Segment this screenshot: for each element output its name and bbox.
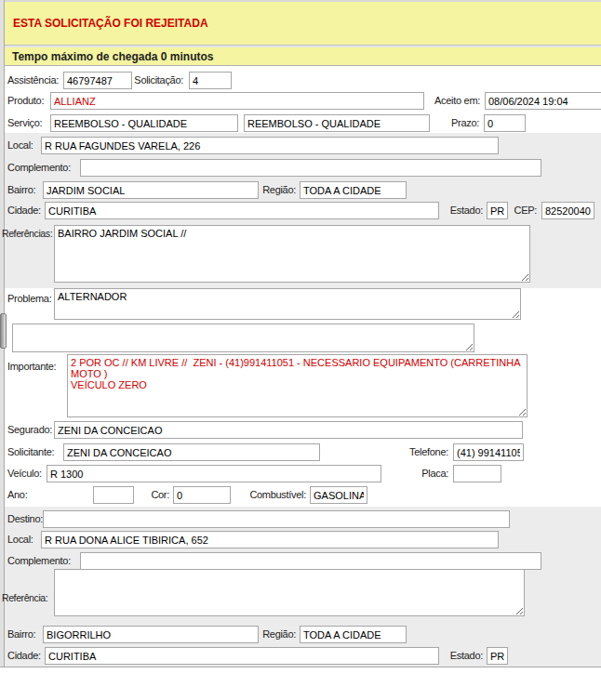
cidade-origem-input[interactable] — [45, 202, 439, 219]
veiculo-label: Veículo: — [7, 468, 42, 479]
cidade-destino-input[interactable] — [45, 647, 439, 665]
referencia-destino-textarea[interactable] — [54, 569, 525, 616]
produto-label: Produto: — [7, 95, 44, 106]
complemento-origem-label: Complemento: — [7, 162, 71, 173]
complemento-destino-label: Complemento: — [7, 555, 71, 566]
bairro-origem-label: Bairro: — [7, 184, 35, 195]
rejected-banner: ESTA SOLICITAÇÃO FOI REJEITADA — [5, 2, 601, 46]
placa-input[interactable] — [453, 465, 501, 482]
complemento-origem-input[interactable] — [80, 159, 541, 177]
local-origem-input[interactable] — [41, 137, 499, 154]
cidade-origem-label: Cidade: — [7, 205, 41, 216]
complemento-destino-input[interactable] — [80, 552, 541, 570]
estado-destino-label: Estado: — [400, 650, 483, 661]
cep-origem-label: CEP: — [472, 205, 537, 216]
telefone-input[interactable] — [453, 443, 524, 461]
arrival-time-text: Tempo máximo de chegada 0 minutos — [12, 50, 214, 63]
local-destino-label: Local: — [7, 534, 33, 545]
cep-origem-input[interactable] — [541, 202, 594, 219]
solicitacao-input[interactable] — [189, 72, 232, 89]
cor-label: Cor: — [104, 489, 169, 500]
local-origem-label: Local: — [7, 139, 33, 151]
request-form-page: ESTA SOLICITAÇÃO FOI REJEITADA Tempo máx… — [0, 0, 601, 700]
solicitacao-label: Solicitação: — [93, 74, 183, 86]
problema-label: Problema: — [7, 293, 51, 304]
servico-label: Serviço: — [7, 117, 42, 128]
aceito-em-input[interactable] — [485, 92, 601, 110]
importante-label: Importante: — [7, 361, 56, 372]
regiao-destino-label: Região: — [214, 628, 296, 640]
destino-input[interactable] — [43, 510, 510, 528]
local-destino-input[interactable] — [41, 531, 499, 548]
estado-origem-label: Estado: — [400, 205, 483, 216]
cidade-destino-label: Cidade: — [7, 650, 41, 661]
bottom-divider — [0, 667, 601, 667]
referencias-textarea[interactable]: BAIRRO JARDIM SOCIAL // — [54, 225, 530, 283]
segurado-label: Segurado: — [7, 424, 52, 435]
veiculo-input[interactable] — [47, 465, 381, 482]
importante-textarea[interactable]: 2 POR OC // KM LIVRE // ZENI - (41)99141… — [67, 354, 528, 417]
prazo-input[interactable] — [484, 114, 526, 132]
solicitante-label: Solicitante: — [7, 446, 54, 457]
combustivel-label: Combustível: — [222, 489, 306, 500]
regiao-origem-input[interactable] — [300, 181, 407, 199]
referencias-label: Referências: — [2, 228, 52, 239]
prazo-label: Prazo: — [391, 117, 479, 128]
combustivel-input[interactable] — [310, 486, 367, 504]
rejected-banner-text: ESTA SOLICITAÇÃO FOI REJEITADA — [13, 17, 208, 30]
observacao-textarea[interactable] — [12, 324, 474, 352]
telefone-label: Telefone: — [359, 446, 448, 457]
problema-textarea[interactable]: ALTERNADOR — [54, 288, 521, 320]
referencia-destino-label: Referência: — [2, 592, 47, 603]
destino-label: Destino: — [7, 513, 43, 524]
servico-input[interactable] — [50, 114, 238, 132]
placa-label: Placa: — [359, 468, 448, 479]
bairro-destino-label: Bairro: — [7, 628, 35, 640]
segurado-input[interactable] — [54, 421, 523, 439]
aceito-em-label: Aceito em: — [391, 95, 480, 106]
assistencia-label: Assistência: — [7, 74, 59, 86]
estado-destino-input[interactable] — [487, 647, 508, 665]
arrival-time-banner: Tempo máximo de chegada 0 minutos — [5, 47, 601, 66]
regiao-destino-input[interactable] — [300, 626, 407, 643]
solicitante-input[interactable] — [63, 443, 320, 461]
regiao-origem-label: Região: — [214, 184, 296, 195]
ano-label: Ano: — [7, 489, 27, 500]
produto-input[interactable] — [50, 92, 424, 110]
scrollbar-thumb-fragment[interactable] — [0, 313, 7, 349]
